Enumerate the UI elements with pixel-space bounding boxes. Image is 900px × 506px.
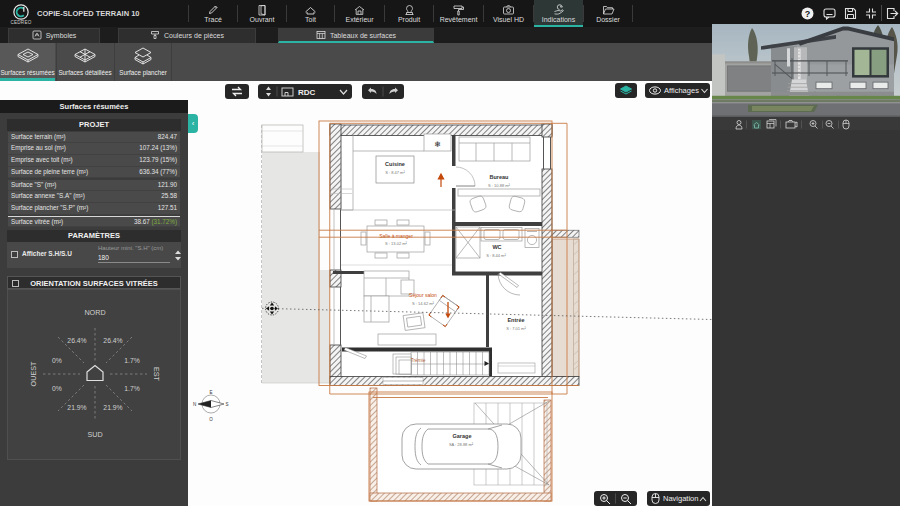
- svg-text:SUD: SUD: [87, 430, 102, 439]
- svg-text:26.4%: 26.4%: [67, 337, 86, 344]
- svg-text:S : 8.47 m²: S : 8.47 m²: [385, 170, 405, 175]
- svg-text:Bureau: Bureau: [490, 174, 509, 180]
- svg-text:?: ?: [805, 9, 811, 19]
- svg-text:Cuisine: Cuisine: [385, 161, 405, 167]
- svg-text:Entrée: Entrée: [507, 317, 524, 323]
- svg-text:Affichages: Affichages: [664, 86, 699, 95]
- svg-text:SA : 28.88 m²: SA : 28.88 m²: [449, 442, 474, 447]
- svg-text:Séjour salon: Séjour salon: [409, 292, 437, 298]
- svg-text:Trémie: Trémie: [411, 358, 426, 363]
- svg-text:NORD: NORD: [84, 308, 105, 317]
- svg-text:S : 13.02 m²: S : 13.02 m²: [385, 241, 407, 246]
- svg-text:21.9%: 21.9%: [103, 404, 122, 411]
- svg-text:N: N: [193, 402, 196, 407]
- svg-text:0%: 0%: [52, 357, 62, 364]
- svg-text:WC: WC: [492, 244, 501, 250]
- svg-text:O: O: [209, 417, 213, 422]
- svg-text:S : 10.88 m²: S : 10.88 m²: [488, 183, 510, 188]
- svg-text:Navigation: Navigation: [663, 494, 698, 503]
- svg-text:1.7%: 1.7%: [124, 385, 140, 392]
- svg-text:S : 14.62 m²: S : 14.62 m²: [412, 301, 434, 306]
- svg-text:E: E: [209, 390, 212, 395]
- svg-text:OUEST: OUEST: [29, 361, 38, 386]
- svg-text:EST: EST: [152, 367, 161, 382]
- svg-text:21.9%: 21.9%: [67, 404, 86, 411]
- svg-text:RDC: RDC: [298, 88, 316, 97]
- svg-text:1.7%: 1.7%: [124, 357, 140, 364]
- svg-text:26.4%: 26.4%: [103, 337, 122, 344]
- svg-text:S : 7.01 m²: S : 7.01 m²: [506, 326, 526, 331]
- svg-text:Garage: Garage: [453, 433, 472, 439]
- svg-text:0%: 0%: [52, 385, 62, 392]
- svg-text:S : 8.44 m²: S : 8.44 m²: [486, 253, 506, 258]
- svg-text:❄: ❄: [434, 140, 441, 149]
- svg-text:S: S: [225, 402, 228, 407]
